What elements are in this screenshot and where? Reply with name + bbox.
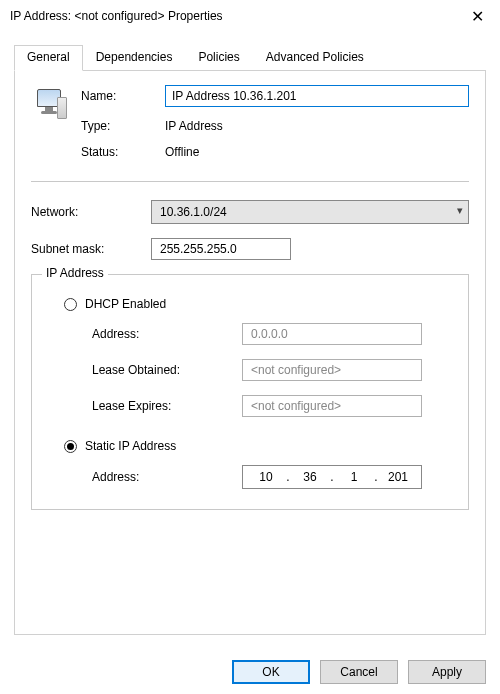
lease-expires-value: <not configured> (242, 395, 422, 417)
static-radio-label: Static IP Address (85, 439, 176, 453)
radio-icon (64, 298, 77, 311)
lease-expires-label: Lease Expires: (92, 399, 242, 413)
lease-obtained-label: Lease Obtained: (92, 363, 242, 377)
status-label: Status: (81, 145, 165, 159)
separator (31, 181, 469, 182)
name-label: Name: (81, 89, 165, 103)
tabpage-general: Name: Type: IP Address Status: Offline N… (14, 71, 486, 635)
group-legend: IP Address (42, 266, 108, 280)
titlebar: IP Address: <not configured> Properties … (0, 0, 500, 32)
static-address-label: Address: (92, 470, 242, 484)
dhcp-address-value: 0.0.0.0 (242, 323, 422, 345)
name-field[interactable] (165, 85, 469, 107)
subnet-field[interactable] (151, 238, 291, 260)
status-value: Offline (165, 145, 469, 159)
dhcp-radio-label: DHCP Enabled (85, 297, 166, 311)
tab-dependencies[interactable]: Dependencies (83, 45, 186, 71)
tab-advanced-policies[interactable]: Advanced Policies (253, 45, 377, 71)
close-icon: ✕ (471, 7, 484, 26)
dhcp-radio[interactable]: DHCP Enabled (64, 297, 450, 311)
static-ip-field[interactable]: 10 . 36 . 1 . 201 (242, 465, 422, 489)
computer-icon (31, 89, 71, 129)
type-label: Type: (81, 119, 165, 133)
radio-icon (64, 440, 77, 453)
static-radio[interactable]: Static IP Address (64, 439, 450, 453)
network-combobox-value[interactable] (151, 200, 469, 224)
close-button[interactable]: ✕ (454, 0, 500, 32)
subnet-label: Subnet mask: (31, 242, 151, 256)
client-area: General Dependencies Policies Advanced P… (0, 32, 500, 635)
ip-octet-4[interactable]: 201 (381, 470, 415, 484)
tab-general[interactable]: General (14, 45, 83, 71)
ok-button[interactable]: OK (232, 660, 310, 684)
lease-obtained-value: <not configured> (242, 359, 422, 381)
network-label: Network: (31, 205, 151, 219)
ip-octet-1[interactable]: 10 (249, 470, 283, 484)
ip-octet-3[interactable]: 1 (337, 470, 371, 484)
tabstrip: General Dependencies Policies Advanced P… (14, 44, 486, 71)
dhcp-address-label: Address: (92, 327, 242, 341)
ip-octet-2[interactable]: 36 (293, 470, 327, 484)
type-value: IP Address (165, 119, 469, 133)
ip-address-group: IP Address DHCP Enabled Address: 0.0.0.0… (31, 274, 469, 510)
apply-button[interactable]: Apply (408, 660, 486, 684)
network-combobox[interactable]: ▾ (151, 200, 469, 224)
window-title: IP Address: <not configured> Properties (10, 9, 454, 23)
button-bar: OK Cancel Apply (232, 660, 486, 684)
cancel-button[interactable]: Cancel (320, 660, 398, 684)
tab-policies[interactable]: Policies (185, 45, 252, 71)
